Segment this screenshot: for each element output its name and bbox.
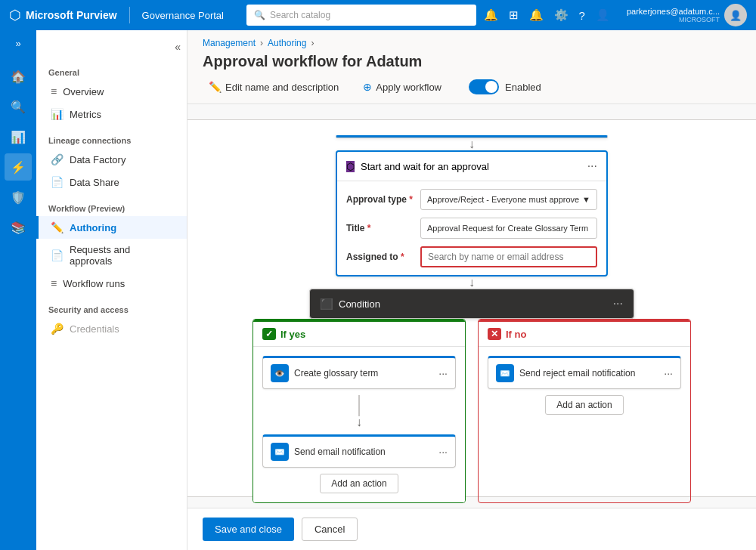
icon-rail: » 🏠 🔍 📊 ⚡ 🛡️ 📚 <box>0 30 36 550</box>
add-action-no-button[interactable]: Add an action <box>545 395 623 415</box>
metrics-label: Metrics <box>70 109 101 120</box>
data-share-label: Data Share <box>70 177 119 188</box>
bell-icon[interactable]: 🔔 <box>529 8 544 22</box>
policy-icon[interactable]: 🛡️ <box>5 184 32 211</box>
help-icon[interactable]: ? <box>579 9 585 22</box>
apply-workflow-button[interactable]: ⊕ Apply workflow <box>357 78 448 96</box>
data-factory-icon: 🔗 <box>51 153 64 165</box>
reject-menu[interactable]: ··· <box>664 367 673 379</box>
create-glossary-header: 👁️ Create glossary term ··· <box>263 358 455 388</box>
expand-icon[interactable]: » <box>15 38 20 49</box>
add-action-yes-button[interactable]: Add an action <box>320 474 398 493</box>
approval-icon: ⬡ <box>346 161 355 172</box>
create-menu[interactable]: ··· <box>438 367 448 379</box>
nav-divider <box>129 7 130 23</box>
assigned-input[interactable] <box>420 246 597 267</box>
create-glossary-node: 👁️ Create glossary term ··· <box>262 356 456 389</box>
yes-branch: ✓ If yes 👁️ Create glossary term ··· <box>253 319 466 503</box>
search-placeholder: Search catalog <box>270 10 330 20</box>
required-star-3: * <box>401 252 404 262</box>
breadcrumb-sep2: › <box>311 38 314 48</box>
toolbar: ✏️ Edit name and description ⊕ Apply wor… <box>187 78 756 104</box>
title-input[interactable] <box>420 218 597 239</box>
breadcrumb-sep1: › <box>260 38 263 48</box>
approval-menu[interactable]: ··· <box>587 159 597 173</box>
requests-icon: 📄 <box>51 249 64 261</box>
arrow-1: ↓ <box>469 138 475 150</box>
breadcrumb-authoring[interactable]: Authoring <box>268 38 306 48</box>
enabled-toggle-wrap: Enabled <box>469 79 541 94</box>
sidebar-item-requests[interactable]: 📄 Requests and approvals <box>36 239 187 272</box>
apply-icon: ⊕ <box>363 81 372 93</box>
user-name: parkerjones@adatum.c... MICROSOFT <box>627 7 720 23</box>
cancel-button[interactable]: Cancel <box>302 518 358 541</box>
yes-content: 👁️ Create glossary term ··· ↓ <box>253 347 465 502</box>
main-content: Management › Authoring › Approval workfl… <box>187 30 756 550</box>
breadcrumb: Management › Authoring › <box>187 30 756 50</box>
yes-arrow: ↓ <box>356 416 362 428</box>
overview-icon: ≡ <box>51 85 57 97</box>
nav-icon-group: 🔔 ⊞ 🔔 ⚙️ ? 👤 parkerjones@adatum.c... MIC… <box>484 4 747 26</box>
assigned-row: Assigned to * <box>346 246 597 267</box>
avatar[interactable]: 👤 <box>724 4 747 26</box>
condition-node: ⬛ Condition ··· <box>309 289 634 319</box>
sidebar-item-overview[interactable]: ≡ Overview <box>36 80 187 103</box>
approval-header: ⬡ Start and wait for an approval ··· <box>337 152 606 181</box>
footer: Save and close Cancel <box>187 508 756 550</box>
home-icon[interactable]: 🏠 <box>5 63 32 90</box>
approval-title: Start and wait for an approval <box>361 161 489 172</box>
data-factory-label: Data Factory <box>70 154 125 165</box>
workflow-icon[interactable]: ⚡ <box>5 153 32 181</box>
sidebar-item-metrics[interactable]: 📊 Metrics <box>36 103 187 125</box>
notification-icon[interactable]: 🔔 <box>484 8 498 22</box>
condition-menu[interactable]: ··· <box>613 297 623 311</box>
collapse-button[interactable]: « <box>36 36 187 57</box>
catalog-icon[interactable]: 🔍 <box>5 93 32 120</box>
breadcrumb-management[interactable]: Management <box>203 38 256 48</box>
save-close-button[interactable]: Save and close <box>203 518 294 541</box>
sidebar-item-credentials[interactable]: 🔑 Credentials <box>36 317 187 340</box>
approval-type-row: Approval type * Approve/Reject - Everyon… <box>346 189 597 210</box>
send-email-header: ✉️ Send email notification ··· <box>263 437 455 467</box>
edit-icon: ✏️ <box>209 81 222 93</box>
sidebar-item-data-factory[interactable]: 🔗 Data Factory <box>36 148 187 171</box>
required-star-2: * <box>367 223 371 233</box>
approval-type-select[interactable]: Approve/Reject - Everyone must approve ▼ <box>420 189 597 210</box>
search-box[interactable]: 🔍 Search catalog <box>246 5 476 26</box>
send-reject-node: ✉️ Send reject email notification ··· <box>488 356 681 389</box>
authoring-icon: ✏️ <box>51 221 64 233</box>
settings-icon[interactable]: ⚙️ <box>554 8 569 22</box>
enabled-toggle[interactable] <box>469 79 499 94</box>
workflow-runs-label: Workflow runs <box>63 278 125 289</box>
select-chevron: ▼ <box>582 195 590 204</box>
no-x-icon: ✕ <box>488 328 501 340</box>
condition-icon: ⬛ <box>321 298 333 310</box>
page-title: Approval workflow for Adatum <box>187 50 756 78</box>
glossary-icon[interactable]: 📚 <box>5 214 32 241</box>
sidebar-item-authoring[interactable]: ✏️ Authoring <box>36 216 187 239</box>
security-section-title: Security and access <box>36 295 187 317</box>
yes-header: ✓ If yes <box>253 320 465 347</box>
user-icon[interactable]: 👤 <box>596 8 610 22</box>
credentials-label: Credentials <box>70 323 119 335</box>
edit-name-button[interactable]: ✏️ Edit name and description <box>203 78 345 96</box>
sidebar-item-data-share[interactable]: 📄 Data Share <box>36 171 187 193</box>
no-content: ✉️ Send reject email notification ··· Ad… <box>479 347 690 424</box>
title-row: Title * <box>346 218 597 239</box>
no-header: ✕ If no <box>479 320 690 347</box>
requests-label: Requests and approvals <box>70 244 175 267</box>
apps-icon[interactable]: ⊞ <box>509 8 519 22</box>
reject-email-icon: ✉️ <box>496 364 514 382</box>
insights-icon[interactable]: 📊 <box>5 123 32 150</box>
general-section-title: General <box>36 57 187 80</box>
required-star-1: * <box>409 194 413 205</box>
send-email-label: Send email notification <box>294 446 386 457</box>
workflow-section-title: Workflow (Preview) <box>36 193 187 216</box>
no-branch: ✕ If no ✉️ Send reject email notificatio… <box>478 319 691 503</box>
if-yes-label: If yes <box>280 329 305 340</box>
if-no-label: If no <box>506 329 526 340</box>
send-reject-header: ✉️ Send reject email notification ··· <box>488 358 680 388</box>
email-menu[interactable]: ··· <box>438 446 448 458</box>
sidebar-item-workflow-runs[interactable]: ≡ Workflow runs <box>36 272 187 295</box>
yes-connector <box>358 395 360 416</box>
